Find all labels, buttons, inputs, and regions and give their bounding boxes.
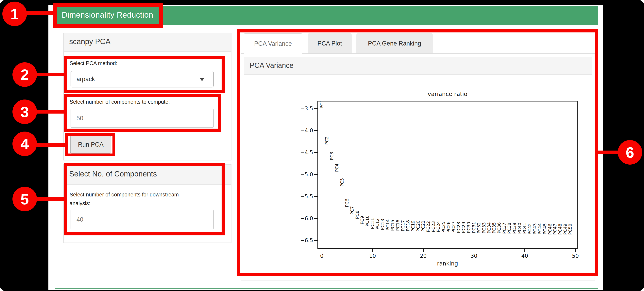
annotation-circle-6: 6 bbox=[618, 140, 642, 165]
annotation-circle-2: 2 bbox=[12, 62, 37, 87]
annotation-box-5 bbox=[64, 163, 225, 235]
annotation-line-2 bbox=[36, 73, 64, 76]
annotation-circle-5: 5 bbox=[12, 187, 37, 211]
annotation-circle-3: 3 bbox=[12, 100, 37, 124]
annotation-line-1 bbox=[26, 11, 54, 15]
annotation-circle-1: 1 bbox=[2, 2, 27, 26]
scanpy-pca-card-title: scanpy PCA bbox=[69, 37, 110, 46]
annotation-line-4 bbox=[36, 143, 66, 147]
annotation-box-2 bbox=[64, 56, 225, 93]
annotation-line-5 bbox=[36, 197, 64, 201]
annotation-circle-4: 4 bbox=[12, 132, 37, 156]
annotation-box-1 bbox=[53, 3, 163, 28]
annotation-box-3 bbox=[64, 94, 222, 132]
annotation-line-6 bbox=[598, 151, 618, 154]
annotation-line-3 bbox=[36, 110, 64, 114]
annotation-box-6 bbox=[237, 29, 598, 276]
annotation-box-4 bbox=[65, 133, 115, 156]
